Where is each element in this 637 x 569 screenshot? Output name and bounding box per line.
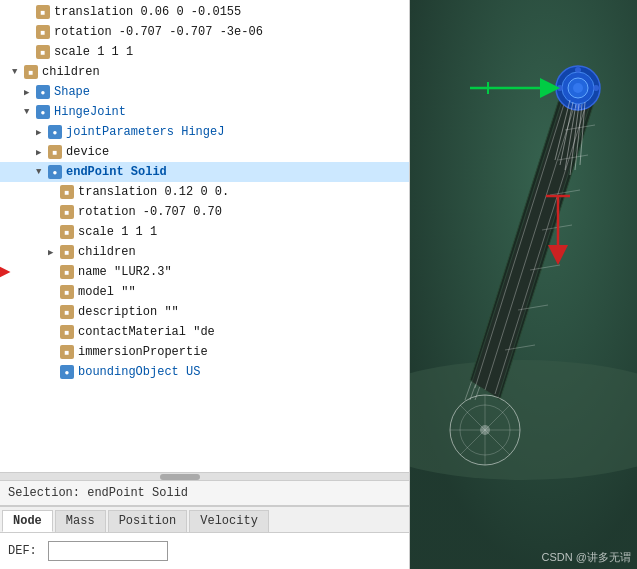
selection-label: Selection: endPoint Solid xyxy=(8,486,188,500)
icon-blue: ● xyxy=(36,105,50,119)
icon-blue: ● xyxy=(60,365,74,379)
tab-position[interactable]: Position xyxy=(108,510,188,532)
svg-point-24 xyxy=(575,67,581,73)
item-label: jointParameters HingeJ xyxy=(66,125,224,139)
tree-item-rotation-top[interactable]: ■ rotation -0.707 -0.707 -3e-06 xyxy=(0,22,409,42)
expand-arrow[interactable]: ▶ xyxy=(24,87,36,98)
right-panel: CSDN @讲多无谓 xyxy=(410,0,637,569)
icon-brown: ■ xyxy=(48,145,62,159)
icon-brown: ■ xyxy=(60,205,74,219)
svg-point-23 xyxy=(573,83,583,93)
tree-item-rotation-inner[interactable]: ■ rotation -0.707 0.70 xyxy=(0,202,409,222)
tree-item-children-inner[interactable]: ▶ ■ children xyxy=(0,242,409,262)
icon-blue: ● xyxy=(48,165,62,179)
item-label: device xyxy=(66,145,109,159)
viewport-scene xyxy=(410,0,637,569)
svg-point-27 xyxy=(593,85,599,91)
expand-arrow[interactable]: ▶ xyxy=(48,247,60,258)
icon-brown: ■ xyxy=(36,25,50,39)
item-label: HingeJoint xyxy=(54,105,126,119)
tab-node[interactable]: Node xyxy=(2,510,53,532)
item-label: immersionPropertie xyxy=(78,345,208,359)
tree-item-translation-top[interactable]: ■ translation 0.06 0 -0.0155 xyxy=(0,2,409,22)
icon-brown: ■ xyxy=(60,325,74,339)
tab-velocity[interactable]: Velocity xyxy=(189,510,269,532)
item-label: boundingObject US xyxy=(78,365,200,379)
item-label: children xyxy=(78,245,136,259)
tree-item-bounding[interactable]: ● boundingObject US xyxy=(0,362,409,382)
expand-arrow[interactable]: ▶ xyxy=(36,147,48,158)
def-row: DEF: xyxy=(0,533,409,569)
icon-brown: ■ xyxy=(60,225,74,239)
icon-blue: ● xyxy=(36,85,50,99)
icon-brown: ■ xyxy=(24,65,38,79)
item-label: rotation -0.707 -0.707 -3e-06 xyxy=(54,25,263,39)
def-input[interactable] xyxy=(48,541,168,561)
tree-item-description[interactable]: ■ description "" xyxy=(0,302,409,322)
item-label: scale 1 1 1 xyxy=(54,45,133,59)
item-label: translation 0.06 0 -0.0155 xyxy=(54,5,241,19)
tree-item-contact-material[interactable]: ■ contactMaterial "de xyxy=(0,322,409,342)
item-label: children xyxy=(42,65,100,79)
item-label: translation 0.12 0 0. xyxy=(78,185,229,199)
item-label: name "LUR2.3" xyxy=(78,265,172,279)
main-container: ■ translation 0.06 0 -0.0155 ■ rotation … xyxy=(0,0,637,569)
tree-item-immersion[interactable]: ■ immersionPropertie xyxy=(0,342,409,362)
icon-brown: ■ xyxy=(36,45,50,59)
expand-arrow[interactable]: ▼ xyxy=(12,67,24,77)
watermark-text: CSDN @讲多无谓 xyxy=(542,550,631,565)
icon-brown: ■ xyxy=(60,305,74,319)
tree-item-shape[interactable]: ▶ ● Shape xyxy=(0,82,409,102)
item-label: rotation -0.707 0.70 xyxy=(78,205,222,219)
svg-point-4 xyxy=(410,360,637,480)
item-label: scale 1 1 1 xyxy=(78,225,157,239)
tree-item-endpoint-solid[interactable]: ▼ ● endPoint Solid xyxy=(0,162,409,182)
icon-brown: ■ xyxy=(60,265,74,279)
left-panel: ■ translation 0.06 0 -0.0155 ■ rotation … xyxy=(0,0,410,569)
scrollbar-thumb[interactable] xyxy=(160,474,200,480)
icon-brown: ■ xyxy=(60,345,74,359)
tree-item-name[interactable]: ■ name "LUR2.3" xyxy=(0,262,409,282)
item-label: endPoint Solid xyxy=(66,165,167,179)
item-label: Shape xyxy=(54,85,90,99)
tab-mass[interactable]: Mass xyxy=(55,510,106,532)
tree-item-translation-inner[interactable]: ■ translation 0.12 0 0. xyxy=(0,182,409,202)
selection-bar: Selection: endPoint Solid xyxy=(0,480,409,506)
def-label: DEF: xyxy=(8,544,48,558)
bottom-panel: Node Mass Position Velocity DEF: xyxy=(0,506,409,569)
expand-arrow[interactable]: ▶ xyxy=(36,127,48,138)
item-label: contactMaterial "de xyxy=(78,325,215,339)
tree-area[interactable]: ■ translation 0.06 0 -0.0155 ■ rotation … xyxy=(0,0,409,472)
expand-arrow[interactable]: ▼ xyxy=(24,107,36,117)
tree-item-model[interactable]: ■ model "" xyxy=(0,282,409,302)
icon-brown: ■ xyxy=(60,185,74,199)
tree-horizontal-scrollbar[interactable] xyxy=(0,472,409,480)
icon-brown: ■ xyxy=(36,5,50,19)
item-label: model "" xyxy=(78,285,136,299)
tree-item-children-outer[interactable]: ▼ ■ children xyxy=(0,62,409,82)
icon-brown: ■ xyxy=(60,245,74,259)
icon-blue: ● xyxy=(48,125,62,139)
item-label: description "" xyxy=(78,305,179,319)
tree-item-device[interactable]: ▶ ■ device xyxy=(0,142,409,162)
tree-item-scale-top[interactable]: ■ scale 1 1 1 xyxy=(0,42,409,62)
svg-point-26 xyxy=(557,85,563,91)
icon-brown: ■ xyxy=(60,285,74,299)
tree-item-joint-params[interactable]: ▶ ● jointParameters HingeJ xyxy=(0,122,409,142)
tree-item-hingejoint[interactable]: ▼ ● HingeJoint xyxy=(0,102,409,122)
tree-item-scale-inner[interactable]: ■ scale 1 1 1 xyxy=(0,222,409,242)
tabs-row: Node Mass Position Velocity xyxy=(0,507,409,533)
expand-arrow[interactable]: ▼ xyxy=(36,167,48,177)
